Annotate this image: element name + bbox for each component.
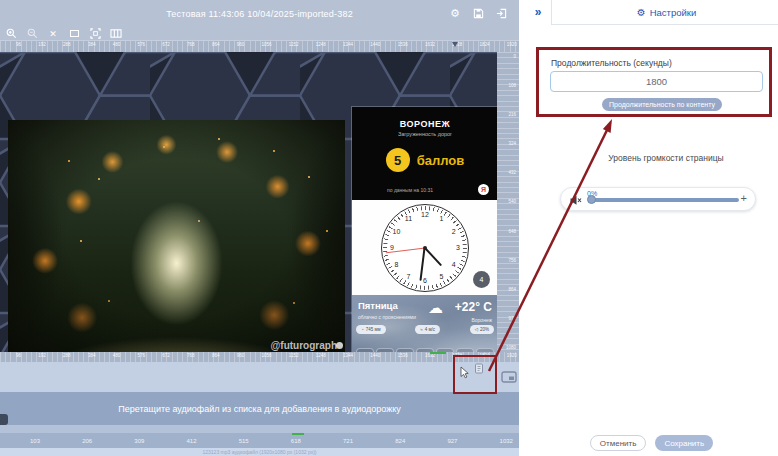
- ruler-tick-label: 480: [113, 42, 121, 47]
- weather-metrics-row: ◔745 мм ≈4 м/с ◁20%: [356, 325, 494, 334]
- editor-toolbar: ✕: [0, 27, 519, 41]
- screenshot-root: Тестовая 11:43:06 10/04/2025-imported-38…: [0, 0, 778, 456]
- clock-number: 7: [404, 271, 414, 281]
- traffic-score-row: 5 баллов: [386, 148, 465, 172]
- ruler-tick-label: 216: [508, 112, 516, 117]
- ruler-tick-label: 96: [16, 42, 21, 47]
- metric-value: 745 мм: [366, 327, 381, 332]
- volume-slider-thumb[interactable]: [587, 195, 596, 204]
- ruler-tick-label: 1536: [398, 353, 408, 358]
- cancel-button[interactable]: Отменить: [590, 435, 647, 451]
- ruler-tick-label: 1080: [506, 345, 516, 350]
- collapse-panel-icon[interactable]: »: [526, 5, 550, 25]
- ruler-tick-label: 192: [38, 42, 46, 47]
- ruler-tick-label: 1536: [398, 42, 408, 47]
- timeline-tick-label: 206: [82, 438, 92, 444]
- ruler-tick-label: 648: [508, 229, 516, 234]
- weather-panel[interactable]: Пятница облачно с прояснениями ☁ +22° C …: [352, 295, 498, 352]
- ruler-tick-label: 672: [162, 353, 170, 358]
- yandex-logo-icon: Я: [478, 184, 489, 195]
- ruler-tick-label: 1344: [343, 353, 353, 358]
- volume-slider-track[interactable]: [594, 198, 739, 202]
- image-watermark: @futurograph: [271, 340, 337, 351]
- rectangle-tool-icon[interactable]: [68, 28, 80, 39]
- traffic-city: ВОРОНЕЖ: [400, 119, 450, 129]
- ruler-vertical: 01082163244325406487568649721080: [497, 52, 519, 352]
- timeline-tick-label: 618: [291, 438, 301, 444]
- clock-panel[interactable]: 121234567891011 4: [352, 200, 498, 295]
- volume-slider-group: 0% +: [560, 187, 756, 211]
- panel-header-title: Настройки: [650, 7, 697, 18]
- weather-header: Пятница облачно с прояснениями ☁ +22° C …: [358, 300, 492, 323]
- ruler-tick-label: 1152: [289, 42, 299, 47]
- ruler-tick-label: 0: [513, 54, 516, 59]
- grid-columns-icon[interactable]: [110, 28, 122, 39]
- ruler-tick-label: 864: [212, 353, 220, 358]
- track-left-handle[interactable]: [0, 414, 8, 425]
- audio-drop-bar[interactable]: Перетащите аудиофайл из списка для добав…: [0, 392, 519, 425]
- ruler-tick-label: 672: [162, 42, 170, 47]
- metric-value: 4 м/с: [425, 327, 435, 332]
- ruler-tick-label: 768: [187, 42, 195, 47]
- save-icon[interactable]: [472, 8, 484, 20]
- analog-clock: 121234567891011: [381, 204, 469, 292]
- weather-day: Пятница: [358, 300, 416, 311]
- weather-header-left: Пятница облачно с прояснениями: [358, 300, 416, 323]
- annotation-rect-icon: [453, 355, 497, 394]
- metric-icon: ◁: [475, 327, 478, 332]
- weather-metric-pill: ◔745 мм: [356, 325, 386, 334]
- pip-video-icon[interactable]: [501, 369, 517, 387]
- ruler-tick-label: 1152: [289, 353, 299, 358]
- timeline-tick-label: 824: [395, 438, 405, 444]
- annotation-rect-duration: [536, 47, 772, 117]
- clock-number: 2: [449, 226, 459, 236]
- weather-metric-pill: ◁20%: [470, 325, 494, 334]
- weather-header-right: +22° C Воронеж: [455, 300, 492, 323]
- zoom-out-icon[interactable]: [26, 28, 38, 39]
- timeline-tick-label: 927: [447, 438, 457, 444]
- settings-gear-icon[interactable]: ⚙: [449, 8, 461, 20]
- playhead-marker[interactable]: [452, 42, 458, 47]
- audio-track-strip[interactable]: 123123 mp3 аудиофайл (1920x1080 px (1032…: [0, 448, 519, 456]
- ruler-tick-label: 480: [113, 353, 121, 358]
- ruler-horizontal-top: 9619228838448057667276886496010561152124…: [0, 41, 519, 52]
- ruler-tick-label: 1440: [370, 42, 380, 47]
- panel-header: ⚙ Настройки: [551, 0, 778, 25]
- track-lane[interactable]: [0, 362, 519, 392]
- ruler-tick-label: 960: [237, 42, 245, 47]
- ruler-tick-label: 1056: [261, 42, 271, 47]
- ruler-tick-label: 96: [16, 353, 21, 358]
- editor-canvas[interactable]: @futurograph ВОРОНЕЖ Загруженность дорог…: [0, 52, 519, 352]
- traffic-updated-at: по данным на 10:31: [352, 187, 468, 193]
- ruler-tick-label: 1632: [425, 42, 435, 47]
- clock-number: 3: [453, 243, 463, 253]
- delete-selection-icon[interactable]: ✕: [47, 28, 59, 39]
- weather-widget-object[interactable]: ВОРОНЕЖ Загруженность дорог 5 баллов по …: [352, 107, 498, 352]
- ruler-tick-label: 1824: [480, 42, 490, 47]
- ruler-tick-label: 1440: [370, 353, 380, 358]
- weather-city: Воронеж: [455, 317, 492, 323]
- traffic-panel[interactable]: ВОРОНЕЖ Загруженность дорог 5 баллов по …: [352, 107, 498, 200]
- clock-number: 10: [391, 226, 401, 236]
- zoom-in-icon[interactable]: [5, 28, 17, 39]
- exit-icon[interactable]: [495, 8, 507, 20]
- clock-number: 5: [437, 271, 447, 281]
- clock-number: 1: [437, 214, 447, 224]
- clock-number: 11: [404, 214, 414, 224]
- clock-number: 8: [391, 259, 401, 269]
- save-button[interactable]: Сохранить: [655, 435, 713, 451]
- traffic-score-circle: 5: [386, 148, 410, 172]
- watermark-badge-dot: [336, 342, 343, 349]
- metric-icon: ◔: [361, 327, 364, 332]
- ruler-tick-label: 1248: [316, 353, 326, 358]
- timeline-tick-label: 515: [239, 438, 249, 444]
- forest-image-object[interactable]: @futurograph: [8, 120, 345, 352]
- ruler-tick-label: 1344: [343, 42, 353, 47]
- fit-transform-icon[interactable]: [89, 28, 101, 39]
- ruler-tick-label: 1920: [507, 42, 517, 47]
- volume-plus-button[interactable]: +: [741, 192, 747, 204]
- mute-speaker-icon[interactable]: [569, 193, 582, 211]
- ruler-tick-label: 108: [508, 83, 516, 88]
- timeline-tick-label: 103: [30, 438, 40, 444]
- ruler-tick-label: 324: [508, 141, 516, 146]
